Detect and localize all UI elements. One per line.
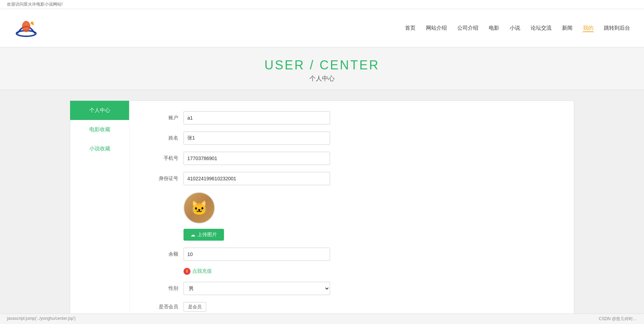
sidebar: 个人中心 电影收藏 小说收藏: [70, 101, 129, 324]
welcome-text: 欢迎访问星火许电影小说网站!: [7, 2, 62, 7]
main-content: 个人中心 电影收藏 小说收藏 账户 姓名 手机号: [0, 90, 644, 324]
balance-input[interactable]: [184, 248, 330, 261]
recharge-link[interactable]: ¥ 点我充值: [184, 268, 553, 275]
member-row: 是否会员 是会员: [150, 302, 553, 312]
footer-left: javascript:jump('../yonghu/center.jsp'): [7, 316, 76, 322]
content-wrapper: 个人中心 电影收藏 小说收藏 账户 姓名 手机号: [70, 100, 574, 324]
top-bar: 欢迎访问星火许电影小说网站!: [0, 0, 644, 9]
page-title-cn: 个人中心: [0, 74, 644, 83]
member-badge: 是会员: [184, 302, 206, 312]
avatar: 🐱: [184, 192, 215, 224]
nav-item-movies[interactable]: 电影: [489, 25, 499, 31]
gender-select[interactable]: 男 女: [184, 282, 330, 295]
name-row: 姓名: [150, 131, 553, 145]
nav-item-backend[interactable]: 跳转到后台: [604, 25, 630, 31]
member-label: 是否会员: [150, 304, 178, 310]
footer-right: CSDN @曾几何时…: [599, 316, 637, 322]
footer-bar: javascript:jump('../yonghu/center.jsp') …: [0, 314, 644, 324]
nav-menu: 首页 网站介绍 公司介绍 电影 小说 论坛交流 新闻 我的 跳转到后台: [405, 25, 630, 31]
cat-avatar-image: 🐱: [184, 192, 214, 224]
nav-item-mine[interactable]: 我的: [583, 25, 593, 31]
upload-button[interactable]: ☁ 上传图片: [184, 229, 224, 241]
phone-row: 手机号: [150, 152, 553, 165]
id-label: 身份证号: [150, 175, 178, 182]
recharge-icon: ¥: [184, 268, 190, 275]
nav-item-novels[interactable]: 小说: [510, 25, 520, 31]
sidebar-item-profile[interactable]: 个人中心: [70, 101, 129, 120]
header: 首页 网站介绍 公司介绍 电影 小说 论坛交流 新闻 我的 跳转到后台: [0, 9, 644, 47]
form-area: 账户 姓名 手机号 身份证号 🐱: [129, 101, 574, 324]
name-input[interactable]: [184, 131, 330, 145]
page-title-en: USER / CENTER: [0, 58, 644, 73]
account-row: 账户: [150, 111, 553, 125]
phone-input[interactable]: [184, 152, 330, 165]
sidebar-item-novel-favorites[interactable]: 小说收藏: [70, 139, 129, 158]
name-label: 姓名: [150, 135, 178, 141]
logo-area: [14, 16, 38, 40]
nav-item-about[interactable]: 网站介绍: [426, 25, 447, 31]
gender-label: 性别: [150, 285, 178, 292]
balance-label: 余额: [150, 251, 178, 257]
main-nav: 首页 网站介绍 公司介绍 电影 小说 论坛交流 新闻 我的 跳转到后台: [405, 25, 630, 31]
recharge-text: 点我充值: [192, 268, 212, 274]
nav-item-news[interactable]: 新闻: [562, 25, 572, 31]
nav-item-company[interactable]: 公司介绍: [457, 25, 478, 31]
upload-icon: ☁: [190, 232, 195, 238]
nav-item-forum[interactable]: 论坛交流: [531, 25, 552, 31]
logo-icon: [14, 16, 38, 40]
gender-row: 性别 男 女: [150, 282, 553, 295]
balance-row: 余额: [150, 248, 553, 261]
account-label: 账户: [150, 115, 178, 121]
id-row: 身份证号: [150, 172, 553, 185]
svg-point-1: [22, 21, 30, 32]
avatar-area: 🐱 ☁ 上传图片: [184, 192, 553, 241]
sidebar-item-movie-favorites[interactable]: 电影收藏: [70, 120, 129, 139]
upload-label: 上传图片: [197, 232, 217, 238]
nav-item-home[interactable]: 首页: [405, 25, 415, 31]
phone-label: 手机号: [150, 155, 178, 161]
id-input[interactable]: [184, 172, 330, 185]
account-input[interactable]: [184, 111, 330, 125]
page-title-section: USER / CENTER 个人中心: [0, 47, 644, 90]
